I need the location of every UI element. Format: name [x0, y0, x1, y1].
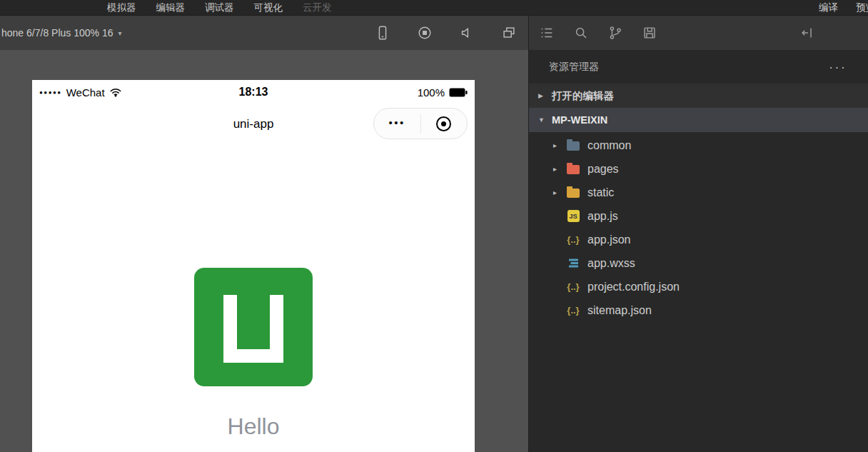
page-title: uni-app [233, 117, 274, 131]
phone-nav-bar: uni-app ••• [32, 104, 475, 144]
collapse-panel-icon[interactable] [799, 25, 815, 41]
tree-item-label: app.wxss [587, 257, 635, 270]
tree-item-label: common [587, 139, 631, 152]
json-file-icon: {..} [566, 234, 580, 245]
phone-page-content: Hello [32, 268, 475, 440]
section-project-root[interactable]: ▼ MP-WEIXIN [529, 108, 868, 132]
hello-text: Hello [32, 413, 475, 440]
uniapp-logo-u [223, 295, 283, 363]
tree-item-pages[interactable]: ▸ pages [529, 157, 868, 181]
carrier-label: WeChat [66, 86, 105, 99]
menu-cloud-dev: 云开发 [303, 1, 332, 14]
editor-toolbar [529, 16, 868, 50]
explorer-title: 资源管理器 [549, 61, 599, 74]
menu-debugger[interactable]: 调试器 [205, 1, 234, 14]
battery-percent-label: 100% [418, 86, 445, 99]
menubar-left: 模拟器 编辑器 调试器 可视化 云开发 [0, 1, 332, 14]
mobile-device-icon[interactable] [375, 25, 390, 41]
capsule-more-button[interactable]: ••• [374, 119, 420, 129]
tree-item-label: app.js [587, 210, 618, 223]
wechat-devtools-window: 模拟器 编辑器 调试器 可视化 云开发 编译 预览 hone 6/7/8 Plu… [0, 0, 868, 452]
chevron-right-icon: ▸ [553, 141, 566, 149]
menubar-right: 编译 预览 [819, 1, 868, 14]
tree-item-sitemap-json[interactable]: {..} sitemap.json [529, 298, 868, 322]
uniapp-logo [194, 268, 313, 386]
tree-item-label: app.json [587, 233, 631, 246]
tree-item-app-wxss[interactable]: app.wxss [529, 251, 868, 275]
menu-compile[interactable]: 编译 [819, 1, 838, 14]
capsule-exit-button[interactable] [421, 116, 468, 131]
tree-item-project-config-json[interactable]: {..} project.config.json [529, 275, 868, 298]
menubar: 模拟器 编辑器 调试器 可视化 云开发 编译 预览 [0, 0, 868, 16]
tree-item-label: project.config.json [587, 281, 680, 293]
simulator-pane: hone 6/7/8 Plus 100% 16 ▾ [0, 16, 528, 452]
menu-editor[interactable]: 编辑器 [156, 1, 186, 14]
menu-preview[interactable]: 预览 [856, 1, 868, 14]
wxss-file-icon [566, 257, 580, 269]
outline-list-icon[interactable] [539, 25, 555, 41]
editor-pane: 资源管理器 ··· ▶ 打开的编辑器 ▼ MP-WEIXIN ▸ common [528, 16, 868, 452]
file-tree: ▸ common ▸ pages ▸ static [529, 132, 868, 322]
search-icon[interactable] [573, 25, 589, 41]
folder-icon [566, 187, 580, 198]
simulator-area: ●●●●● WeChat 18:13 100% [0, 50, 528, 452]
tree-item-static[interactable]: ▸ static [529, 181, 868, 204]
json-file-icon: {..} [566, 281, 580, 292]
device-selector-label: hone 6/7/8 Plus 100% 16 [1, 27, 113, 39]
tree-item-label: sitemap.json [587, 304, 652, 317]
chevron-right-icon: ▶ [538, 92, 545, 99]
chevron-down-icon: ▾ [118, 29, 121, 37]
save-deploy-icon[interactable] [642, 25, 657, 41]
phone-screen: ●●●●● WeChat 18:13 100% [32, 80, 475, 452]
wifi-icon [109, 87, 122, 97]
wechat-capsule: ••• [373, 108, 468, 139]
chevron-right-icon: ▸ [553, 165, 566, 173]
signal-strength-icon: ●●●●● [39, 89, 62, 96]
section-open-editors[interactable]: ▶ 打开的编辑器 [529, 84, 868, 108]
tree-item-common[interactable]: ▸ common [529, 134, 868, 157]
tree-item-app-json[interactable]: {..} app.json [529, 228, 868, 251]
exit-target-icon [436, 116, 451, 131]
mute-speaker-icon[interactable] [459, 25, 475, 41]
tree-item-label: static [587, 186, 614, 199]
section-label: 打开的编辑器 [552, 89, 614, 103]
git-branch-icon[interactable] [607, 25, 623, 41]
tree-item-app-js[interactable]: JS app.js [529, 204, 868, 228]
stop-record-icon[interactable] [417, 25, 433, 41]
simulator-toolbar: hone 6/7/8 Plus 100% 16 ▾ [0, 16, 528, 50]
explorer-header: 资源管理器 ··· [529, 50, 868, 84]
battery-icon [449, 88, 468, 97]
simulator-toolbar-icons [375, 25, 528, 41]
section-label: MP-WEIXIN [552, 114, 607, 126]
device-selector[interactable]: hone 6/7/8 Plus 100% 16 ▾ [1, 27, 122, 39]
phone-status-bar: ●●●●● WeChat 18:13 100% [32, 80, 475, 104]
folder-icon [566, 140, 580, 151]
folder-icon [566, 164, 580, 174]
json-file-icon: {..} [566, 305, 580, 316]
file-explorer: 资源管理器 ··· ▶ 打开的编辑器 ▼ MP-WEIXIN ▸ common [529, 50, 868, 452]
tree-item-label: pages [587, 163, 619, 176]
more-dots-icon: ••• [389, 116, 405, 129]
cascade-windows-icon[interactable] [501, 25, 517, 41]
chevron-down-icon: ▼ [538, 116, 545, 124]
menu-simulator[interactable]: 模拟器 [107, 1, 136, 14]
more-actions-icon[interactable]: ··· [829, 64, 847, 71]
chevron-right-icon: ▸ [553, 189, 566, 196]
js-file-icon: JS [566, 210, 580, 222]
menu-visualization[interactable]: 可视化 [254, 1, 283, 14]
